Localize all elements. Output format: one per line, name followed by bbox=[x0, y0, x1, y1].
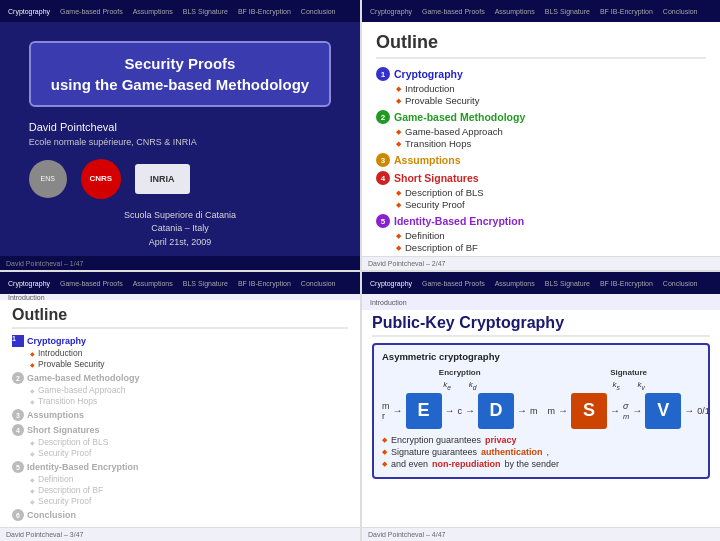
nav-tr-bf[interactable]: BF IB-Encryption bbox=[596, 6, 657, 17]
bl-section-1[interactable]: Cryptography bbox=[27, 336, 86, 346]
enc-output: m bbox=[530, 406, 538, 416]
note-auth: Signature guarantees authentication, bbox=[382, 447, 700, 457]
nav-bls[interactable]: BLS Signature bbox=[179, 6, 232, 17]
nav-bl-assump[interactable]: Assumptions bbox=[129, 278, 177, 289]
outline-slide-2: Cryptography Game-based Proofs Assumptio… bbox=[0, 270, 360, 541]
bl-item-1: 1 Cryptography Introduction Provable Sec… bbox=[12, 335, 348, 369]
footer-tr: David Pointcheval – 2/47 bbox=[362, 256, 720, 270]
enc-arrow4: → bbox=[517, 405, 527, 416]
author-name: David Pointcheval bbox=[29, 121, 331, 133]
nav-cryptography[interactable]: Cryptography bbox=[4, 6, 54, 17]
bl-section-4[interactable]: Short Signatures bbox=[27, 425, 100, 435]
bl-num-2: 2 bbox=[12, 372, 24, 384]
bl-num-6: 6 bbox=[12, 509, 24, 521]
sub-security-proof-bls: Security Proof bbox=[396, 199, 706, 210]
bl-item-6: 6 Conclusion bbox=[12, 509, 348, 521]
nav-tr-assump[interactable]: Assumptions bbox=[491, 6, 539, 17]
sig-box-S: S bbox=[571, 393, 607, 429]
sig-box-V: V bbox=[645, 393, 681, 429]
outline-slide: Cryptography Game-based Proofs Assumptio… bbox=[360, 0, 720, 270]
presentation-title: Security Proofs using the Game-based Met… bbox=[51, 53, 309, 95]
bl-section-2[interactable]: Game-based Methodology bbox=[27, 373, 140, 383]
enc-cipher: c bbox=[458, 406, 463, 416]
nav-bf[interactable]: BF IB-Encryption bbox=[234, 6, 295, 17]
footer-bl: David Pointcheval – 3/47 bbox=[0, 527, 360, 541]
note-auth-before: Signature guarantees bbox=[391, 447, 477, 457]
nav-bl-bls[interactable]: BLS Signature bbox=[179, 278, 232, 289]
sub-definition: Definition bbox=[396, 230, 706, 241]
bl-item-2: 2 Game-based Methodology Game-based Appr… bbox=[12, 372, 348, 406]
nav-bl-game[interactable]: Game-based Proofs bbox=[56, 278, 127, 289]
nav-assumptions[interactable]: Assumptions bbox=[129, 6, 177, 17]
nav-br-conc[interactable]: Conclusion bbox=[659, 278, 702, 289]
bl-sub-sp-bf: Security Proof bbox=[30, 496, 348, 506]
note-nonrep: and even non-repudiation by the sender bbox=[382, 459, 700, 469]
nav-tr-crypto[interactable]: Cryptography bbox=[366, 6, 416, 17]
note-privacy-before: Encryption guarantees bbox=[391, 435, 481, 445]
nonrep-highlight: non-repudiation bbox=[432, 459, 501, 469]
section-4-title[interactable]: Short Signatures bbox=[394, 172, 479, 184]
nav-bar-tr: Cryptography Game-based Proofs Assumptio… bbox=[362, 0, 720, 22]
pubkey-content: Public-Key Cryptography Asymmetric crypt… bbox=[362, 310, 720, 483]
nav-bl-conc[interactable]: Conclusion bbox=[297, 278, 340, 289]
bl-section-5[interactable]: Identity-Based Encryption bbox=[27, 462, 139, 472]
sig-arrow3: → bbox=[632, 405, 642, 416]
bl-section-3[interactable]: Assumptions bbox=[27, 410, 84, 420]
section-3-title[interactable]: Assumptions bbox=[394, 154, 461, 166]
note-nonrep-before: and even bbox=[391, 459, 428, 469]
bl-section-6[interactable]: Conclusion bbox=[27, 510, 76, 520]
section-5-title[interactable]: Identity-Based Encryption bbox=[394, 215, 524, 227]
outline-item-4: 4 Short Signatures Description of BLS Se… bbox=[376, 171, 706, 210]
asym-title: Asymmetric cryptography bbox=[382, 351, 700, 362]
enc-box-E: E bbox=[406, 393, 442, 429]
note-nonrep-after: by the sender bbox=[505, 459, 560, 469]
footer-tl: David Pointcheval – 1/47 bbox=[0, 256, 360, 270]
section-1-title[interactable]: Cryptography bbox=[394, 68, 463, 80]
bl-sub-provable: Provable Security bbox=[30, 359, 348, 369]
bl-sub-bf: Description of BF bbox=[30, 485, 348, 495]
nav-conclusion[interactable]: Conclusion bbox=[297, 6, 340, 17]
bl-sub-bls: Description of BLS bbox=[30, 437, 348, 447]
bl-sub-intro: Introduction bbox=[30, 348, 348, 358]
sig-input: m bbox=[548, 406, 556, 416]
footer-text-bl: David Pointcheval – 3/47 bbox=[6, 531, 83, 538]
sig-arrow2: → bbox=[610, 405, 620, 416]
bl-sub-game: Game-based Approach bbox=[30, 385, 348, 395]
nav-br-game[interactable]: Game-based Proofs bbox=[418, 278, 489, 289]
sig-label: Signature bbox=[610, 368, 647, 377]
nav-bar-br: Cryptography Game-based Proofs Assumptio… bbox=[362, 272, 720, 294]
cnrs-logo: CNRS bbox=[81, 159, 121, 199]
bl-item-5: 5 Identity-Based Encryption Definition D… bbox=[12, 461, 348, 506]
nav-tr-game[interactable]: Game-based Proofs bbox=[418, 6, 489, 17]
nav-br-crypto[interactable]: Cryptography bbox=[366, 278, 416, 289]
nav-game-based[interactable]: Game-based Proofs bbox=[56, 6, 127, 17]
sig-output: 0/1 bbox=[697, 406, 710, 416]
institution-name: Ecole normale supérieure, CNRS & INRIA bbox=[29, 137, 331, 147]
bl-num-3: 3 bbox=[12, 409, 24, 421]
nav-bar-tl: Cryptography Game-based Proofs Assumptio… bbox=[0, 0, 360, 22]
encryption-diagram: Encryption ke kd mr → E → c → D → m bbox=[382, 368, 538, 429]
num-2: 2 bbox=[376, 110, 390, 124]
nav-br-assump[interactable]: Assumptions bbox=[491, 278, 539, 289]
sub-bf: Description of BF bbox=[396, 242, 706, 253]
footer-text-br: David Pointcheval – 4/47 bbox=[368, 531, 445, 538]
footer-text-tl: David Pointcheval – 1/47 bbox=[6, 260, 83, 267]
enc-flow: mr → E → c → D → m bbox=[382, 393, 538, 429]
section-2-title[interactable]: Game-based Methodology bbox=[394, 111, 525, 123]
bl-sub-transition: Transition Hops bbox=[30, 396, 348, 406]
nav-tr-conc[interactable]: Conclusion bbox=[659, 6, 702, 17]
nav-bl-crypto[interactable]: Cryptography bbox=[4, 278, 54, 289]
asymmetric-box: Asymmetric cryptography Encryption ke kd… bbox=[372, 343, 710, 479]
nav-br-bls[interactable]: BLS Signature bbox=[541, 278, 594, 289]
presentation-title-box: Security Proofs using the Game-based Met… bbox=[29, 41, 331, 107]
enc-box-D: D bbox=[478, 393, 514, 429]
bl-num-4: 4 bbox=[12, 424, 24, 436]
section-label-bl: Introduction bbox=[8, 294, 45, 301]
enc-label: Encryption bbox=[439, 368, 481, 377]
nav-tr-bls[interactable]: BLS Signature bbox=[541, 6, 594, 17]
nav-bl-bf[interactable]: BF IB-Encryption bbox=[234, 278, 295, 289]
nav-br-bf[interactable]: BF IB-Encryption bbox=[596, 278, 657, 289]
bl-num-1: 1 bbox=[12, 335, 24, 347]
sig-sigma: σm bbox=[623, 401, 629, 421]
sig-arrow1: → bbox=[558, 405, 568, 416]
